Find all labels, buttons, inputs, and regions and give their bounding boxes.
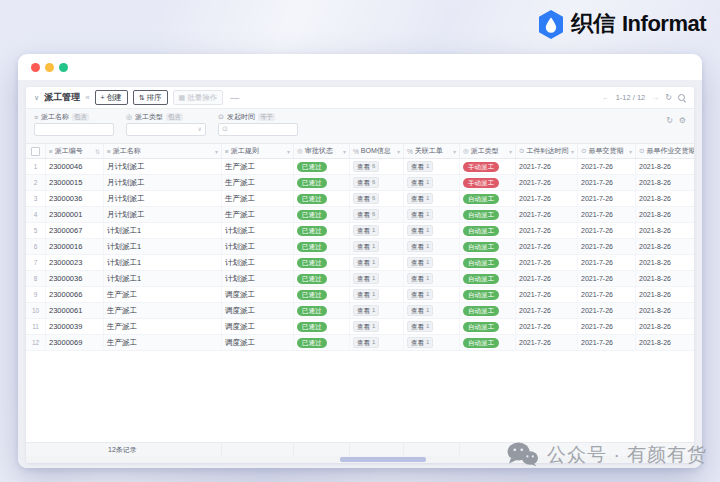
- column-header-arrival[interactable]: ⊙工件到达时间▾: [516, 144, 578, 158]
- order-view-button[interactable]: 查看1: [407, 193, 433, 204]
- order-view-button[interactable]: 查看1: [407, 177, 433, 188]
- bom-view-button[interactable]: 查看1: [353, 321, 379, 332]
- column-header-select[interactable]: [26, 144, 46, 158]
- arrival-time-cell: 2021-7-26: [516, 223, 578, 238]
- order-view-button[interactable]: 查看1: [407, 257, 433, 268]
- earliest-delivery: 2021-7-26: [581, 339, 613, 346]
- more-actions-icon[interactable]: —: [230, 93, 239, 103]
- refresh-icon[interactable]: ↻: [665, 93, 672, 102]
- column-caret-icon[interactable]: ▾: [629, 148, 632, 155]
- select-field-icon: ◎: [126, 113, 132, 121]
- bom-view-button[interactable]: 查看6: [353, 177, 379, 188]
- column-header-delivery[interactable]: ⊙最早交货期▾: [578, 144, 636, 158]
- view-count: 1: [426, 322, 429, 331]
- filter-type: ◎派工类型包含∨: [126, 112, 206, 143]
- table-row[interactable]: 323000036月计划派工生产派工已通过查看6查看1自动派工2021-7-26…: [26, 191, 694, 207]
- column-label: 审批状态: [305, 146, 333, 156]
- refresh-icon[interactable]: ↻: [666, 116, 673, 125]
- dispatch-code-cell: 23000039: [46, 319, 104, 334]
- view-label: 查看: [357, 162, 370, 171]
- approval-status-cell: 已通过: [294, 287, 350, 302]
- bom-view-button[interactable]: 查看6: [353, 193, 379, 204]
- bom-view-button[interactable]: 查看1: [353, 273, 379, 284]
- close-window-button[interactable]: [31, 63, 40, 72]
- filter-type-input[interactable]: ∨: [126, 123, 206, 136]
- order-view-button[interactable]: 查看1: [407, 241, 433, 252]
- select-all-checkbox[interactable]: [31, 147, 40, 156]
- column-sort-icon[interactable]: ⇅: [95, 148, 100, 155]
- column-header-order[interactable]: %关联工单▾: [404, 144, 460, 158]
- bom-view-button[interactable]: 查看1: [353, 289, 379, 300]
- bom-view-button[interactable]: 查看1: [353, 337, 379, 348]
- column-header-op_delivery[interactable]: ⊙最早作业交货期▾: [636, 144, 694, 158]
- view-count: 1: [372, 322, 375, 331]
- table-row[interactable]: 1223000069生产派工调度派工已通过查看1查看1自动派工2021-7-26…: [26, 335, 694, 351]
- dispatch-rule: 调度派工: [225, 306, 255, 316]
- table-row[interactable]: 623000016计划派工1计划派工已通过查看1查看1自动派工2021-7-26…: [26, 239, 694, 255]
- collapse-icon[interactable]: «: [85, 93, 89, 102]
- order-view-button[interactable]: 查看1: [407, 305, 433, 316]
- approval-status-badge: 已通过: [297, 178, 327, 188]
- bom-view-button[interactable]: 查看1: [353, 241, 379, 252]
- order-view-button[interactable]: 查看1: [407, 289, 433, 300]
- table-row[interactable]: 223000015月计划派工生产派工已通过查看6查看1手动派工2021-7-26…: [26, 175, 694, 191]
- column-header-type[interactable]: ◎派工类型▾: [460, 144, 516, 158]
- search-icon[interactable]: [678, 94, 686, 102]
- earliest-op-delivery-cell: 2021-8-26: [636, 207, 694, 222]
- batch-actions-button[interactable]: ▦ 批量操作: [173, 90, 224, 105]
- table-row[interactable]: 1123000039生产派工调度派工已通过查看1查看1自动派工2021-7-26…: [26, 319, 694, 335]
- row-index-cell: 3: [26, 191, 46, 206]
- order-view-button[interactable]: 查看1: [407, 209, 433, 220]
- order-view-button[interactable]: 查看1: [407, 321, 433, 332]
- table-row[interactable]: 123000046月计划派工生产派工已通过查看6查看1手动派工2021-7-26…: [26, 159, 694, 175]
- scrollbar-thumb[interactable]: [340, 457, 426, 462]
- table-row[interactable]: 823000036计划派工1计划派工已通过查看1查看1自动派工2021-7-26…: [26, 271, 694, 287]
- order-view-button[interactable]: 查看1: [407, 337, 433, 348]
- column-caret-icon[interactable]: ▾: [453, 148, 456, 155]
- chevron-down-icon[interactable]: ∨: [34, 94, 39, 102]
- column-caret-icon[interactable]: ▾: [287, 148, 290, 155]
- bom-view-button[interactable]: 查看1: [353, 305, 379, 316]
- bom-view-button[interactable]: 查看1: [353, 257, 379, 268]
- column-header-bom[interactable]: %BOM信息▾: [350, 144, 404, 158]
- table-row[interactable]: 423000001月计划派工生产派工已通过查看6查看1自动派工2021-7-26…: [26, 207, 694, 223]
- table-row[interactable]: 723000023计划派工1计划派工已通过查看1查看1自动派工2021-7-26…: [26, 255, 694, 271]
- order-view-button[interactable]: 查看1: [407, 225, 433, 236]
- dispatch-rule-cell: 调度派工: [222, 303, 294, 318]
- bom-view-button[interactable]: 查看6: [353, 161, 379, 172]
- maximize-window-button[interactable]: [59, 63, 68, 72]
- earliest-delivery-cell: 2021-7-26: [578, 207, 636, 222]
- column-caret-icon[interactable]: ▾: [509, 148, 512, 155]
- dispatch-name-cell: 计划派工1: [104, 223, 222, 238]
- column-header-approval[interactable]: ◎审批状态▾: [294, 144, 350, 158]
- minimize-window-button[interactable]: [45, 63, 54, 72]
- earliest-op-delivery-cell: 2021-8-26: [636, 335, 694, 350]
- gear-icon[interactable]: ⚙: [679, 116, 686, 125]
- order-view-button[interactable]: 查看1: [407, 273, 433, 284]
- order-view-button[interactable]: 查看1: [407, 161, 433, 172]
- filter-name-input[interactable]: [34, 123, 114, 136]
- column-caret-icon[interactable]: ▾: [571, 148, 574, 155]
- sort-button[interactable]: ⇅ 排序: [133, 90, 168, 105]
- dispatch-code-cell: 23000061: [46, 303, 104, 318]
- create-button[interactable]: + 创建: [95, 90, 128, 105]
- view-count: 1: [426, 306, 429, 315]
- column-header-rule[interactable]: ≡派工规则▾: [222, 144, 294, 158]
- filter-time-input[interactable]: ⊙: [218, 123, 298, 136]
- next-page-icon[interactable]: →: [651, 93, 659, 102]
- arrival-time: 2021-7-26: [519, 243, 551, 250]
- table-row[interactable]: 523000067计划派工1计划派工已通过查看1查看1自动派工2021-7-26…: [26, 223, 694, 239]
- view-count: 1: [426, 162, 429, 171]
- prev-page-icon[interactable]: ←: [602, 93, 610, 102]
- bom-view-button[interactable]: 查看6: [353, 209, 379, 220]
- view-label: 查看: [411, 306, 424, 315]
- column-caret-icon[interactable]: ▾: [397, 148, 400, 155]
- table-row[interactable]: 923000066生产派工调度派工已通过查看1查看1自动派工2021-7-262…: [26, 287, 694, 303]
- column-header-code[interactable]: ≡派工编号⇅: [46, 144, 104, 158]
- column-caret-icon[interactable]: ▾: [343, 148, 346, 155]
- column-header-name[interactable]: ≡派工名称▾: [104, 144, 222, 158]
- table-row[interactable]: 1023000061生产派工调度派工已通过查看1查看1自动派工2021-7-26…: [26, 303, 694, 319]
- dispatch-name-cell: 生产派工: [104, 287, 222, 302]
- bom-view-button[interactable]: 查看1: [353, 225, 379, 236]
- column-caret-icon[interactable]: ▾: [215, 148, 218, 155]
